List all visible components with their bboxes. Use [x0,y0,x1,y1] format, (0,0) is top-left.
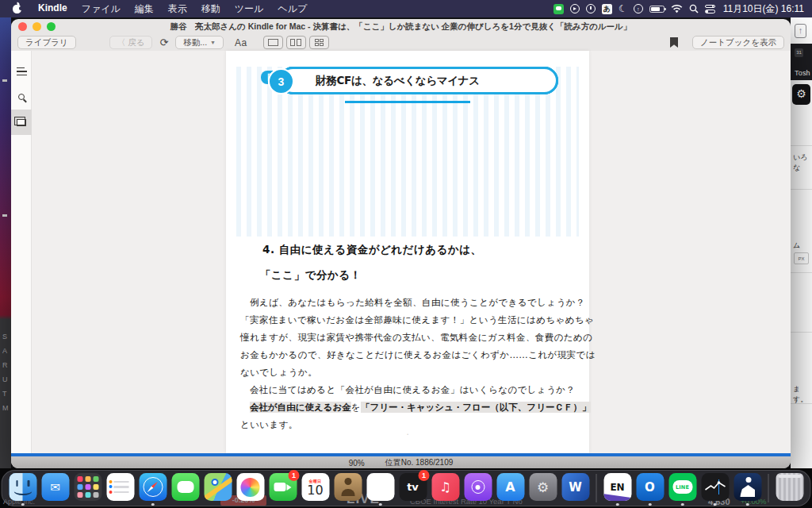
dock-item-tv[interactable]: tv 1 [398,471,428,506]
clock-icon[interactable] [586,3,596,14]
dock-item-contacts[interactable] [333,471,363,506]
running-indicator-dot [616,503,619,506]
status-bar: 90% 位置No. 1886/2109 [11,456,791,468]
apple-menu-icon[interactable] [13,5,21,13]
dock-item-launchpad[interactable] [73,471,103,506]
paragraph-2-line3: といいます。 [240,419,576,431]
dock-item-word[interactable]: W [561,471,591,506]
figure-52: 図52 ざっくりの王道 1 営業CFは、絶対プラス 2 投資CFは、営業CFのプ… [236,67,579,237]
reading-area: 図52 ざっくりの王道 1 営業CFは、絶対プラス 2 投資CFは、営業CFのプ… [32,51,791,453]
view-mode-buttons [263,36,329,49]
running-indicator-dot [379,503,382,506]
body-text-line: お金もかかるので、好きなことだけに使えるお金はごくわずか……これが現実では [240,349,576,361]
up-arrow-circle-icon[interactable]: ↑ [634,3,643,14]
single-page-view-button[interactable] [263,36,283,49]
right-edge-dark-panel: 31 Tosh [791,44,812,80]
outlook-icon: O [636,473,664,501]
menu-item[interactable]: ファイル [75,2,128,16]
left-edge-letters: SARUTM [2,333,9,412]
battery-icon[interactable] [649,3,665,14]
gear-icon[interactable]: ⚙ [792,84,810,105]
font-settings-button[interactable]: Aa [235,37,247,48]
progress-percent: 90% [349,459,365,468]
left-edge-letter: S [2,333,9,341]
dock-item-stocks[interactable] [700,471,730,506]
section-heading-line2: 「ここ」で分かる！ [260,268,362,283]
menu-item[interactable]: 編集 [128,2,161,16]
dock-item-reminders[interactable] [105,471,136,506]
running-indicator-dot [681,503,684,506]
notification-badge: 1 [419,470,430,481]
dock-item-maps[interactable] [203,471,233,506]
running-indicator-dot [714,503,717,506]
word-icon: W [561,473,589,501]
title-bar[interactable]: 勝谷 亮太郎さんの Kindle for Mac - 決算書は、「ここ」しか読ま… [11,19,791,34]
dock-item-appstore[interactable]: A [496,471,526,506]
settings-icon: ⚙ [529,473,557,501]
running-indicator-dot [746,503,749,506]
menu-item[interactable]: 移動 [194,2,228,16]
photos-icon [236,473,264,501]
show-notebook-button[interactable]: ノートブックを表示 [692,36,784,49]
wifi-icon[interactable] [671,3,683,14]
page-thumbnails-icon[interactable] [11,110,32,135]
menu-item[interactable]: ヘルプ [270,2,314,16]
dock-item-mail[interactable]: ✉ [40,471,71,506]
dock-item-endnote[interactable]: EN [603,471,633,506]
podcasts-icon [464,473,492,501]
messages-icon [171,473,199,501]
text-segment: 会社が自由に使えるお金 [250,402,351,413]
right-edge-text-fragment: ます。 [793,384,812,405]
dock-item-trash[interactable] [775,471,805,506]
dock-item-music[interactable]: ♫ [431,471,461,506]
paragraph-2-line1: 会社に当てはめると「会社が自由に使えるお金」はいくらなのでしょうか？ [240,384,576,396]
right-edge-text-fragment: ム [793,241,800,251]
contacts-icon [334,473,362,501]
share-icon[interactable]: ↑ [795,24,806,38]
play-circle-icon[interactable] [570,3,580,14]
right-edge-label: Tosh [795,69,810,77]
dock-item-line[interactable]: LINE [668,471,698,506]
dock-item-settings[interactable]: ⚙ [528,471,558,506]
bookmark-icon[interactable] [670,37,678,48]
dock-item-facetime[interactable]: 1 [268,471,298,506]
menu-item[interactable]: Kindle [31,2,75,16]
moon-icon[interactable]: ☾ [618,2,628,15]
menu-bar-clock[interactable]: 11月10日(金) 16:11 [723,2,804,16]
dock-item-finder[interactable] [8,471,38,506]
dock-item-safari[interactable] [138,471,168,506]
body-text-line: ないでしょうか。 [240,367,576,379]
search-icon[interactable] [11,84,32,110]
maps-icon [204,473,232,501]
dock-item-kindle[interactable] [733,471,763,506]
body-text-line: 憧れますが、現実は家賃や携帯代金の支払い、電気料金にガス料金、食費のための [240,332,576,344]
control-center-icon[interactable] [705,3,715,14]
spotlight-search-icon[interactable] [689,3,699,14]
line-chat-icon[interactable] [553,3,564,14]
figure-rule-pill: 3 財務CFは、なるべくならマイナス [279,67,558,94]
dock-item-outlook[interactable]: O [635,471,665,506]
paragraph-2-line2: 会社が自由に使えるお金を「フリー・キャッシュ・フロー（以下、フリーＣＦ）」 [240,402,576,414]
dock-item-photos[interactable] [236,471,266,506]
launchpad-icon [74,473,102,501]
sync-icon[interactable]: ⟳ [157,37,170,48]
body-text-line: 「実家住まいで稼いだお金は全部趣味に使えます！」という生活にはめちゃめちゃ [240,314,576,326]
table-of-contents-icon[interactable] [11,59,32,84]
reminders-icon [106,473,134,501]
menu-items: Kindleファイル編集表示移動ツールヘルプ [31,2,314,16]
two-page-view-button[interactable] [286,36,306,49]
back-button[interactable]: 〈 戻る [109,36,153,49]
menu-item[interactable]: 表示 [161,2,194,16]
dock-item-podcasts[interactable] [463,471,493,506]
dock-item-messages[interactable] [170,471,201,506]
dock-item-calendar[interactable]: 金曜日10 [301,471,331,506]
grid-view-button[interactable] [309,36,329,49]
ime-a-icon[interactable]: あ [602,3,612,14]
goto-dropdown[interactable]: 移動... ▼ [175,36,224,49]
library-button[interactable]: ライブラリ [17,36,76,49]
window-title: 勝谷 亮太郎さんの Kindle for Mac - 決算書は、「ここ」しか読ま… [11,21,791,33]
line-icon: LINE [668,473,696,501]
menu-item[interactable]: ツール [228,2,271,16]
dock-item-notes[interactable] [366,471,396,506]
section-heading-line1: 4. 自由に使える資金がどれだけあるかは、 [262,243,482,257]
